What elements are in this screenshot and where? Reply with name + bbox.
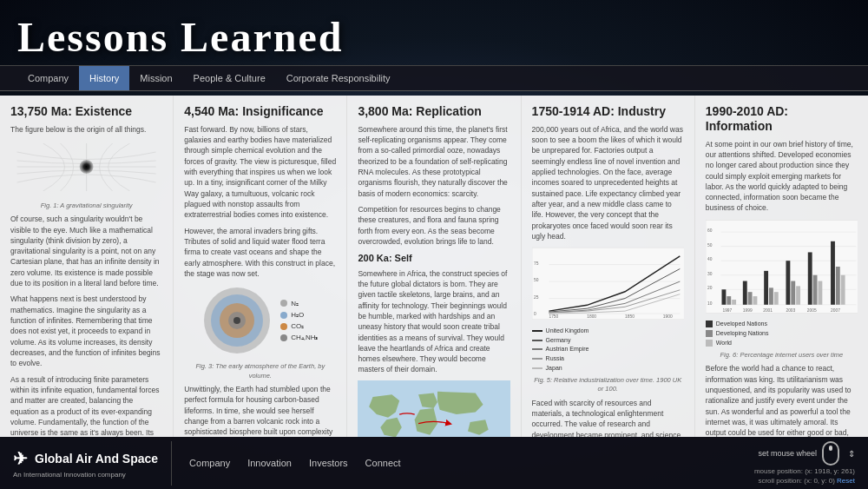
footer-nav-investors[interactable]: Investors	[309, 458, 348, 468]
svg-text:1997: 1997	[722, 307, 732, 312]
logo-icon: ✈	[13, 448, 28, 469]
logo-text: Global Air And Space	[35, 452, 158, 466]
svg-text:75: 75	[534, 261, 539, 266]
page-title: Lessons Learned	[17, 13, 851, 61]
austria-label: Austrian Empire	[546, 345, 589, 354]
gravity-singularity-figure	[10, 143, 162, 191]
col2-fig3-label: Fig. 3: The early atmosphere of the Eart…	[184, 362, 336, 380]
atmosphere-svg	[202, 286, 272, 355]
industry-legend: United Kingdom Germany Austrian Empire R…	[532, 327, 684, 373]
legend-japan: Japan	[532, 364, 684, 373]
legend-h2o: H₂O	[280, 310, 318, 320]
svg-rect-58	[841, 275, 845, 305]
col4-title: 1750-1914 AD: Industry	[532, 104, 684, 119]
h2o-dot	[280, 312, 287, 319]
svg-text:40: 40	[707, 257, 713, 261]
svg-text:10: 10	[707, 301, 713, 306]
reset-link[interactable]: Reset	[837, 477, 855, 485]
col3-body2: Competition for resources begins to chan…	[358, 204, 510, 247]
svg-rect-52	[796, 286, 800, 304]
svg-text:1900: 1900	[662, 314, 672, 319]
col4-body2: Faced with scarcity of resources and mat…	[532, 398, 684, 437]
column-insignificance: 4,540 Ma: Insignificance Fast forward. B…	[174, 96, 347, 437]
svg-text:0: 0	[534, 312, 536, 316]
atmosphere-legend: N₂ H₂O CO₂ CH₄,NH₃	[280, 297, 318, 345]
svg-text:2005: 2005	[807, 307, 817, 312]
legend-ch4: CH₄,NH₃	[280, 333, 318, 342]
svg-rect-47	[764, 271, 768, 305]
russia-label: Russia	[546, 354, 564, 363]
svg-rect-50	[786, 261, 790, 305]
col3-body3: Somewhere in Africa, the construct speci…	[358, 268, 510, 375]
svg-text:1750: 1750	[549, 314, 558, 319]
legend-developing: Developing Nations	[706, 329, 858, 338]
column-replication: 3,800 Ma: Replication Somewhere around t…	[347, 96, 521, 437]
japan-label: Japan	[546, 364, 562, 373]
svg-rect-57	[836, 267, 840, 305]
svg-text:1800: 1800	[587, 314, 596, 319]
svg-rect-55	[818, 281, 822, 304]
col1-body1: Of course, such a singularity wouldn't b…	[10, 214, 162, 288]
col4-fig5-label: Fig. 5: Relative industrialization over …	[532, 376, 684, 394]
svg-rect-56	[831, 241, 835, 305]
uk-line	[532, 330, 542, 332]
co2-label: CO₂	[291, 321, 304, 331]
h2o-label: H₂O	[291, 310, 304, 320]
germany-label: Germany	[546, 336, 571, 345]
col2-title: 4,540 Ma: Insignificance	[184, 104, 336, 119]
ch4-label: CH₄,NH₃	[291, 333, 318, 342]
svg-rect-45	[747, 292, 752, 305]
svg-text:2001: 2001	[763, 307, 773, 312]
svg-text:2003: 2003	[786, 307, 795, 312]
developed-swatch	[706, 320, 713, 327]
nav-item-company[interactable]: Company	[17, 66, 79, 90]
germany-line	[532, 340, 542, 341]
nav-item-people[interactable]: People & Culture	[183, 66, 276, 90]
nav-item-history[interactable]: History	[79, 66, 129, 90]
svg-rect-49	[774, 292, 779, 305]
footer-nav-connect[interactable]: Connect	[365, 458, 401, 468]
footer-nav: Company Innovation Investors Connect	[172, 458, 418, 468]
svg-rect-41	[721, 289, 726, 305]
svg-rect-44	[743, 281, 747, 304]
svg-text:20: 20	[707, 286, 713, 290]
title-area: Lessons Learned	[0, 0, 868, 65]
col5-body2: Before the world had a chance to react, …	[706, 363, 858, 437]
mouse-wheel-label: set mouse wheel	[758, 449, 817, 458]
col1-intro: The figure below is the origin of all th…	[10, 124, 162, 135]
footer-right: set mouse wheel ⇕ mouse position: (x: 19…	[741, 441, 868, 485]
legend-developed: Developed Nations	[706, 320, 858, 328]
mouse-scroll-indicator	[829, 446, 832, 451]
co2-dot	[280, 323, 287, 330]
footer-nav-innovation[interactable]: Innovation	[247, 458, 292, 468]
n2-label: N₂	[291, 299, 299, 308]
col2-body2: However, the amoral invaders bring gifts…	[184, 226, 336, 280]
svg-text:50: 50	[707, 242, 713, 247]
world-swatch	[706, 340, 713, 347]
col1-fig1-label: Fig. 1: A gravitational singularity	[10, 202, 162, 211]
developing-label: Developing Nations	[716, 329, 769, 338]
svg-text:30: 30	[707, 272, 713, 276]
nav-item-mission[interactable]: Mission	[129, 66, 182, 90]
col1-body3: As a result of introducing finite parame…	[10, 374, 162, 437]
col3-body1: Somewhere around this time, the planet's…	[358, 124, 510, 199]
col2-body1: Fast forward. By now, billions of stars,…	[184, 124, 336, 221]
mouse-position: mouse position: (x: 1918, y: 261)	[754, 467, 855, 475]
footer-nav-company[interactable]: Company	[189, 458, 230, 468]
atmosphere-diagram: N₂ H₂O CO₂ CH₄,NH₃	[184, 286, 336, 355]
nav-item-corporate[interactable]: Corporate Responsibility	[276, 66, 401, 90]
austria-line	[532, 348, 542, 350]
legend-n2: N₂	[280, 299, 318, 308]
developing-swatch	[706, 330, 713, 337]
svg-rect-42	[727, 296, 731, 305]
svg-point-2	[80, 160, 94, 174]
legend-uk: United Kingdom	[532, 327, 684, 335]
footer-logo: ✈ Global Air And Space An International …	[0, 441, 172, 486]
svg-text:2007: 2007	[831, 307, 840, 312]
legend-co2: CO₂	[280, 321, 318, 331]
col3-title: 3,800 Ma: Replication	[358, 104, 510, 119]
main-content: 13,750 Ma: Existence The figure below is…	[0, 96, 868, 437]
legend-austria: Austrian Empire	[532, 345, 684, 354]
svg-rect-51	[791, 281, 795, 304]
mouse-icon	[822, 441, 839, 466]
